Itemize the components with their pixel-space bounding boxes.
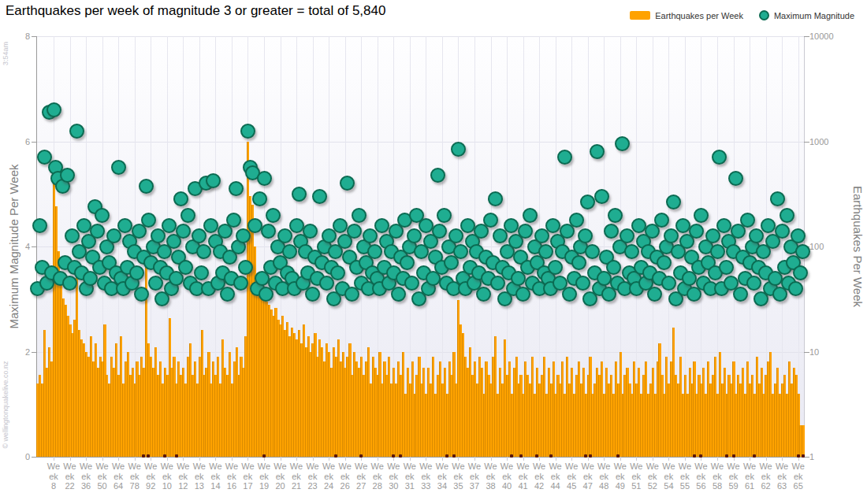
max-magnitude-point[interactable]: [330, 265, 345, 280]
max-magnitude-point[interactable]: [661, 276, 676, 291]
max-magnitude-point[interactable]: [252, 191, 267, 206]
max-magnitude-point[interactable]: [657, 255, 672, 270]
max-magnitude-point[interactable]: [620, 228, 634, 243]
max-magnitude-point[interactable]: [206, 173, 221, 188]
max-magnitude-point[interactable]: [594, 189, 609, 204]
max-magnitude-point[interactable]: [178, 260, 193, 275]
max-magnitude-point[interactable]: [180, 208, 195, 223]
max-magnitude-point[interactable]: [664, 228, 679, 243]
max-magnitude-point[interactable]: [47, 102, 61, 117]
max-magnitude-point[interactable]: [305, 287, 320, 302]
max-magnitude-point[interactable]: [60, 168, 75, 183]
max-magnitude-point[interactable]: [548, 260, 563, 275]
max-magnitude-point[interactable]: [590, 144, 605, 159]
max-magnitude-point[interactable]: [194, 265, 209, 280]
max-magnitude-point[interactable]: [367, 244, 382, 259]
max-magnitude-point[interactable]: [647, 287, 662, 302]
max-magnitude-point[interactable]: [400, 255, 415, 270]
max-magnitude-point[interactable]: [557, 150, 572, 165]
max-magnitude-point[interactable]: [488, 191, 503, 206]
max-magnitude-point[interactable]: [795, 244, 810, 259]
legend-item-magnitude[interactable]: Maximum Magnitude: [759, 10, 854, 20]
max-magnitude-point[interactable]: [347, 224, 362, 239]
max-magnitude-point[interactable]: [277, 228, 292, 243]
max-magnitude-point[interactable]: [247, 218, 262, 233]
legend-item-earthquakes[interactable]: Earthquakes per Week: [630, 11, 743, 20]
max-magnitude-point[interactable]: [407, 228, 422, 243]
max-magnitude-point[interactable]: [303, 224, 318, 239]
max-magnitude-point[interactable]: [545, 218, 560, 233]
max-magnitude-point[interactable]: [716, 218, 731, 233]
max-magnitude-point[interactable]: [173, 191, 188, 206]
max-magnitude-point[interactable]: [129, 265, 144, 280]
max-magnitude-point[interactable]: [261, 224, 276, 239]
max-magnitude-point[interactable]: [226, 213, 241, 228]
max-magnitude-point[interactable]: [606, 260, 621, 275]
max-magnitude-point[interactable]: [196, 244, 211, 259]
max-magnitude-point[interactable]: [257, 171, 272, 186]
max-magnitude-point[interactable]: [240, 124, 255, 139]
max-magnitude-point[interactable]: [432, 224, 447, 239]
max-magnitude-point[interactable]: [569, 213, 584, 228]
max-magnitude-point[interactable]: [333, 218, 348, 233]
max-magnitude-point[interactable]: [733, 287, 748, 302]
max-magnitude-point[interactable]: [712, 150, 727, 165]
max-magnitude-point[interactable]: [176, 224, 191, 239]
max-magnitude-point[interactable]: [65, 228, 80, 243]
max-magnitude-point[interactable]: [437, 208, 452, 223]
max-magnitude-point[interactable]: [312, 189, 327, 204]
max-magnitude-point[interactable]: [266, 208, 281, 223]
max-magnitude-point[interactable]: [90, 224, 105, 239]
max-magnitude-point[interactable]: [391, 287, 406, 302]
max-magnitude-point[interactable]: [694, 208, 709, 223]
max-magnitude-point[interactable]: [162, 218, 177, 233]
max-magnitude-point[interactable]: [62, 276, 77, 291]
max-magnitude-point[interactable]: [740, 213, 755, 228]
max-magnitude-point[interactable]: [775, 224, 790, 239]
max-magnitude-point[interactable]: [95, 208, 110, 223]
max-magnitude-point[interactable]: [518, 224, 533, 239]
max-magnitude-point[interactable]: [578, 228, 593, 243]
max-magnitude-point[interactable]: [111, 160, 126, 175]
max-magnitude-point[interactable]: [608, 208, 623, 223]
max-magnitude-point[interactable]: [523, 208, 538, 223]
max-magnitude-point[interactable]: [352, 208, 367, 223]
max-magnitude-point[interactable]: [761, 218, 776, 233]
max-magnitude-point[interactable]: [141, 213, 156, 228]
max-magnitude-point[interactable]: [460, 218, 475, 233]
max-magnitude-point[interactable]: [220, 287, 235, 302]
max-magnitude-point[interactable]: [69, 124, 84, 139]
max-magnitude-point[interactable]: [476, 287, 491, 302]
earthquakes-per-week-bar[interactable]: [802, 425, 804, 457]
max-magnitude-point[interactable]: [404, 276, 419, 291]
max-magnitude-point[interactable]: [139, 179, 154, 194]
max-magnitude-point[interactable]: [289, 218, 304, 233]
max-magnitude-point[interactable]: [430, 168, 445, 183]
max-magnitude-point[interactable]: [203, 218, 218, 233]
max-magnitude-point[interactable]: [728, 171, 743, 186]
max-magnitude-point[interactable]: [32, 218, 47, 233]
max-magnitude-point[interactable]: [580, 195, 595, 209]
max-magnitude-point[interactable]: [340, 176, 355, 191]
max-magnitude-point[interactable]: [654, 213, 669, 228]
max-magnitude-point[interactable]: [793, 265, 808, 280]
max-magnitude-point[interactable]: [604, 224, 619, 239]
max-magnitude-point[interactable]: [117, 218, 132, 233]
max-magnitude-point[interactable]: [585, 244, 600, 259]
max-magnitude-point[interactable]: [451, 142, 466, 157]
max-magnitude-point[interactable]: [788, 281, 803, 296]
max-magnitude-point[interactable]: [192, 228, 207, 243]
max-magnitude-point[interactable]: [780, 208, 794, 223]
max-magnitude-point[interactable]: [453, 244, 468, 259]
max-magnitude-point[interactable]: [624, 244, 639, 259]
max-magnitude-point[interactable]: [233, 276, 248, 291]
max-magnitude-point[interactable]: [134, 287, 149, 302]
max-magnitude-point[interactable]: [504, 218, 519, 233]
max-magnitude-point[interactable]: [229, 181, 244, 196]
max-magnitude-point[interactable]: [448, 228, 463, 243]
max-magnitude-point[interactable]: [76, 218, 91, 233]
max-magnitude-point[interactable]: [689, 224, 704, 239]
max-magnitude-point[interactable]: [419, 218, 434, 233]
max-magnitude-point[interactable]: [666, 195, 681, 209]
max-magnitude-point[interactable]: [292, 187, 307, 202]
